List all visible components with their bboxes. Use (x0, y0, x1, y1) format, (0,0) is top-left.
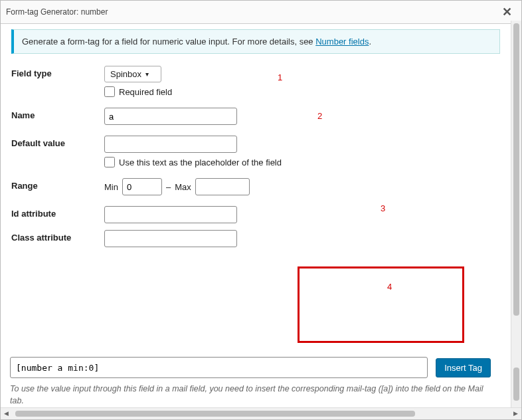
required-field-checkbox[interactable] (104, 86, 115, 97)
id-attr-input[interactable] (104, 206, 237, 223)
class-attr-input[interactable] (104, 230, 237, 247)
intro-text-after: . (369, 37, 371, 47)
window-title: Form-tag Generator: number (6, 7, 108, 17)
scroll-left-icon[interactable]: ◀ (4, 410, 9, 417)
row-field-type: Field type Spinbox ▾ Required field (11, 66, 500, 97)
annotation-number-4: 4 (387, 282, 392, 292)
mail-tag-hint: To use the value input through this fiel… (10, 383, 491, 407)
placeholder-checkbox[interactable] (104, 157, 115, 167)
generated-tag-output[interactable] (10, 357, 428, 378)
row-name: Name (11, 108, 500, 125)
label-class-attr: Class attribute (11, 230, 104, 243)
range-min-label: Min (104, 182, 118, 192)
label-field-type: Field type (11, 66, 104, 78)
placeholder-checkbox-label: Use this text as the placeholder of the … (119, 158, 282, 167)
close-icon[interactable]: ✕ (499, 5, 515, 19)
number-fields-link[interactable]: Number fields (315, 37, 369, 47)
field-type-selected: Spinbox (110, 69, 141, 79)
label-name: Name (11, 108, 104, 120)
scrollbar-thumb[interactable] (513, 23, 519, 316)
content-area: Generate a form-tag for a field for nume… (1, 24, 511, 411)
row-class-attr: Class attribute (11, 230, 500, 247)
row-id-attr: Id attribute (11, 206, 500, 223)
output-area: Insert Tag To use the value input throug… (10, 357, 491, 407)
annotation-number-1: 1 (278, 72, 282, 82)
intro-banner: Generate a form-tag for a field for nume… (11, 29, 500, 54)
label-range: Range (11, 178, 104, 191)
horizontal-scrollbar[interactable]: ◀ ▶ (1, 407, 521, 419)
range-min-input[interactable] (122, 178, 162, 195)
row-default-value: Default value Use this text as the place… (11, 136, 500, 167)
row-range: Range Min – Max (11, 178, 500, 195)
chevron-down-icon: ▾ (145, 70, 149, 78)
scrollbar-thumb-lower[interactable] (513, 368, 519, 401)
scroll-right-icon[interactable]: ▶ (513, 410, 518, 417)
annotation-number-2: 2 (317, 111, 322, 121)
intro-text-before: Generate a form-tag for a field for nume… (22, 37, 315, 47)
label-default-value: Default value (11, 136, 104, 148)
annotation-number-3: 3 (381, 203, 385, 213)
range-max-label: Max (175, 182, 191, 192)
range-max-input[interactable] (195, 178, 250, 195)
name-input[interactable] (104, 108, 237, 125)
default-value-input[interactable] (104, 136, 237, 153)
insert-tag-button[interactable]: Insert Tag (436, 358, 491, 377)
form-tag-generator-window: Form-tag Generator: number ✕ Generate a … (0, 0, 522, 420)
field-type-select[interactable]: Spinbox ▾ (104, 66, 161, 82)
h-scrollbar-thumb[interactable] (15, 411, 415, 417)
required-field-label: Required field (119, 87, 172, 97)
vertical-scrollbar[interactable] (511, 21, 521, 407)
label-id-attr: Id attribute (11, 206, 104, 219)
range-dash: – (166, 182, 171, 192)
titlebar: Form-tag Generator: number ✕ (1, 1, 521, 24)
